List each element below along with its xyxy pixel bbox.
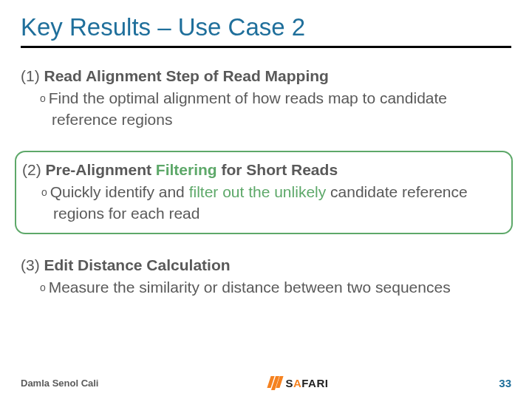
item-2-title-green: Filtering	[156, 161, 217, 178]
title-underline	[21, 46, 511, 48]
item-2-sub: o Quickly identify and filter out the un…	[22, 182, 502, 224]
logo-text: SAFARI	[285, 377, 328, 389]
bullet-icon: o	[41, 186, 50, 198]
item-1-text: Find the optimal alignment of how reads …	[49, 89, 447, 127]
bullet-icon: o	[40, 92, 49, 104]
item-1: (1) Read Alignment Step of Read Mapping …	[21, 66, 511, 130]
item-1-number: (1)	[21, 67, 44, 84]
item-1-title: Read Alignment Step of Read Mapping	[44, 67, 329, 84]
item-2-heading: (2) Pre-Alignment Filtering for Short Re…	[22, 160, 502, 180]
page-number: 33	[499, 377, 511, 389]
item-3: (3) Edit Distance Calculation o Measure …	[21, 255, 511, 299]
content-area: (1) Read Alignment Step of Read Mapping …	[21, 66, 511, 299]
item-3-title: Edit Distance Calculation	[44, 256, 231, 273]
item-2-title-post: for Short Reads	[217, 161, 338, 178]
footer: Damla Senol Cali SAFARI 33	[21, 376, 511, 390]
footer-logo: SAFARI	[269, 376, 328, 390]
footer-author: Damla Senol Cali	[21, 378, 98, 389]
item-2-highlight-box: (2) Pre-Alignment Filtering for Short Re…	[15, 151, 513, 234]
item-1-sub: o Find the optimal alignment of how read…	[21, 88, 511, 130]
item-3-number: (3)	[21, 256, 44, 273]
item-2-text-a: Quickly identify and	[50, 183, 189, 200]
item-1-heading: (1) Read Alignment Step of Read Mapping	[21, 66, 511, 86]
item-3-heading: (3) Edit Distance Calculation	[21, 255, 511, 276]
item-3-sub: o Measure the similarity or distance bet…	[21, 277, 511, 298]
bullet-icon: o	[40, 282, 49, 293]
item-2-text-green: filter out the unlikely	[189, 183, 327, 200]
slide: Key Results – Use Case 2 (1) Read Alignm…	[0, 0, 532, 399]
item-3-text: Measure the similarity or distance betwe…	[49, 279, 451, 296]
safari-icon	[269, 376, 282, 390]
slide-title: Key Results – Use Case 2	[21, 13, 511, 41]
item-2-number: (2)	[22, 161, 46, 178]
item-2-title-pre: Pre-Alignment	[46, 161, 156, 178]
